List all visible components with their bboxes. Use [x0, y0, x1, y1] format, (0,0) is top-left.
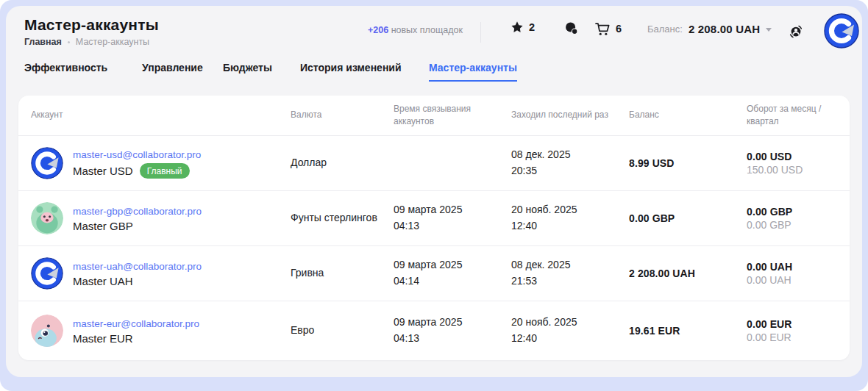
balance-cell: 0.00 GBP — [629, 212, 747, 224]
breadcrumb-home-link[interactable]: Главная — [24, 37, 62, 47]
balance-dropdown[interactable]: Баланс: 2 208.00 UAH — [647, 23, 772, 35]
currency-cell: Евро — [291, 323, 394, 339]
turnover-cell: 0.00 EUR 0.00 EUR — [747, 318, 850, 343]
column-header-balance: Баланс — [629, 109, 747, 121]
linked-time-cell: 09 марта 202504:14 — [394, 257, 511, 289]
last-visit-cell: 20 нояб. 202512:40 — [511, 202, 629, 234]
page-title: Мастер-аккаунты — [24, 16, 159, 34]
switch-account-icon — [787, 23, 805, 40]
account-name: Master UAH — [73, 275, 133, 287]
column-header-turnover: Оборот за месяц / квартал — [747, 103, 850, 129]
tab-management[interactable]: Управление — [142, 62, 203, 80]
column-header-currency: Валюта — [291, 109, 394, 121]
currency-cell: Фунты стерлингов — [291, 210, 394, 226]
table-row[interactable]: master-gbp@collaborator.pro Master GBP Ф… — [18, 191, 850, 246]
linked-time-cell: 09 марта 202504:13 — [394, 202, 511, 234]
new-platforms-text: новых площадок — [388, 25, 463, 35]
new-platforms-link[interactable]: +206 новых площадок — [368, 25, 463, 35]
currency-cell: Доллар — [291, 155, 394, 171]
turnover-cell: 0.00 GBP 0.00 GBP — [747, 206, 850, 231]
tab-change-history[interactable]: История изменений — [300, 62, 402, 80]
tab-master-accounts[interactable]: Мастер-аккаунты — [429, 62, 517, 82]
balance-label: Баланс: — [647, 24, 683, 35]
table-row[interactable]: master-uah@collaborator.pro Master UAH Г… — [18, 246, 850, 301]
turnover-cell: 0.00 USD 150.00 USD — [747, 151, 850, 176]
account-email-link[interactable]: master-gbp@collaborator.pro — [73, 206, 202, 217]
page-frame: Мастер-аккаунты Главная Мастер-аккаунты … — [0, 0, 868, 391]
breadcrumb-current: Мастер-аккаунты — [76, 37, 149, 47]
cart-icon — [594, 21, 611, 37]
account-email-link[interactable]: master-uah@collaborator.pro — [73, 261, 202, 272]
turnover-cell: 0.00 UAH 0.00 UAH — [747, 261, 850, 286]
account-name: Master USD — [73, 165, 133, 177]
header-divider — [480, 22, 481, 43]
profile-avatar-button[interactable] — [824, 13, 859, 49]
account-avatar — [31, 202, 63, 234]
account-avatar — [31, 315, 63, 347]
column-header-linked-time: Время связывания аккаунтов — [394, 103, 511, 129]
tab-effectiveness[interactable]: Эффективность — [24, 62, 107, 80]
new-platforms-count: +206 — [368, 25, 388, 35]
collaborator-logo — [824, 13, 859, 49]
linked-time-cell: 09 марта 202504:13 — [394, 315, 511, 346]
last-visit-cell: 08 дек. 202520:35 — [511, 147, 629, 179]
app-window: Мастер-аккаунты Главная Мастер-аккаунты … — [6, 6, 862, 377]
messages-button[interactable] — [563, 21, 580, 37]
balance-cell: 8.99 USD — [629, 157, 747, 169]
table-row[interactable]: master-eur@collaborator.pro Master EUR Е… — [18, 301, 850, 360]
account-name: Master GBP — [73, 220, 133, 232]
chevron-down-icon — [766, 28, 772, 32]
accounts-table: Аккаунт Валюта Время связывания аккаунто… — [18, 96, 850, 360]
balance-value: 2 208.00 UAH — [689, 23, 760, 35]
cart-count: 6 — [616, 23, 622, 35]
star-icon — [511, 21, 524, 34]
table-header-row: Аккаунт Валюта Время связывания аккаунто… — [18, 96, 850, 136]
cart-button[interactable]: 6 — [594, 21, 622, 37]
column-header-account: Аккаунт — [31, 109, 291, 121]
tab-bar: Эффективность Управление Бюджеты История… — [6, 62, 862, 85]
switch-account-button[interactable] — [787, 23, 805, 40]
breadcrumb: Главная Мастер-аккаунты — [24, 37, 149, 47]
account-avatar — [31, 147, 63, 179]
currency-cell: Гривна — [291, 265, 394, 281]
balance-cell: 2 208.00 UAH — [629, 268, 747, 279]
table-row[interactable]: master-usd@collaborator.pro Master USD Г… — [18, 136, 850, 191]
favorites-button[interactable]: 2 — [511, 21, 535, 34]
last-visit-cell: 20 нояб. 202512:40 — [511, 315, 629, 346]
main-account-badge: Главный — [140, 163, 190, 179]
tab-budgets[interactable]: Бюджеты — [223, 62, 272, 80]
last-visit-cell: 08 дек. 202521:53 — [511, 257, 629, 289]
breadcrumb-separator — [68, 41, 70, 43]
account-email-link[interactable]: master-eur@collaborator.pro — [73, 318, 199, 329]
chat-icon — [563, 21, 580, 37]
account-name: Master EUR — [73, 332, 133, 345]
account-email-link[interactable]: master-usd@collaborator.pro — [73, 149, 201, 160]
favorites-count: 2 — [529, 21, 535, 33]
column-header-last-visit: Заходил последний раз — [511, 109, 629, 121]
balance-cell: 19.61 EUR — [629, 325, 747, 337]
account-avatar — [31, 257, 63, 290]
